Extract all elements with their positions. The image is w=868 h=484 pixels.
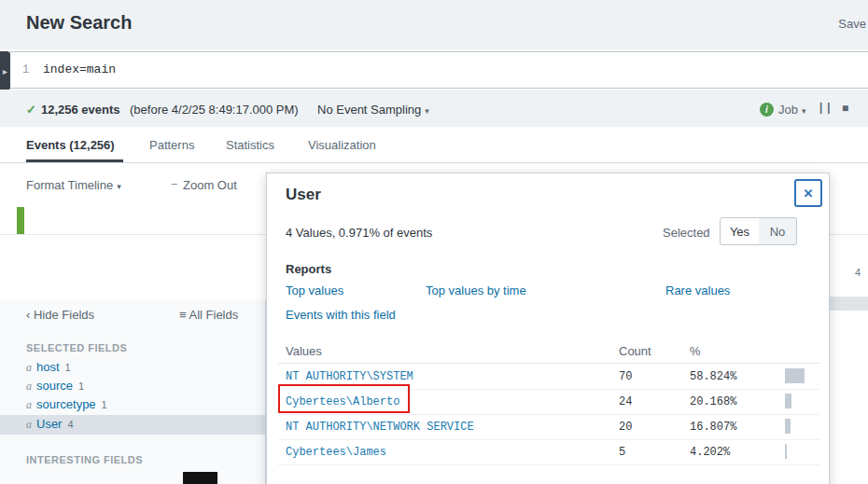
field-item-host[interactable]: ahost1 (26, 360, 71, 375)
obscured-region (183, 472, 217, 484)
top-values-link[interactable]: Top values (286, 283, 343, 297)
row-divider (278, 414, 819, 415)
job-info-icon[interactable]: i (760, 103, 774, 117)
events-count: 12,256 events (41, 103, 120, 117)
field-item-user[interactable]: aUser4 (26, 417, 74, 432)
search-input[interactable] (9, 51, 868, 89)
value-percent-bar (785, 419, 791, 434)
value-count: 5 (619, 446, 625, 459)
value-link[interactable]: NT AUTHORITY\NETWORK SERVICE (286, 421, 474, 434)
minus-icon: − (171, 177, 178, 191)
value-percent: 16.807% (690, 421, 736, 434)
job-dropdown[interactable]: Job▾ (778, 103, 806, 117)
field-type-icon: a (26, 398, 32, 411)
table-header-divider (278, 363, 819, 364)
value-percent-bar (785, 368, 805, 383)
timeline-histogram-bar[interactable] (17, 207, 24, 234)
collapse-sidebar-toggle[interactable]: ▸ (0, 51, 10, 90)
tab-statistics[interactable]: Statistics (226, 138, 274, 152)
page-title: New Search (26, 12, 132, 34)
values-column-header: Values (286, 344, 322, 358)
caret-down-icon: ▾ (802, 106, 806, 116)
reports-header: Reports (286, 262, 331, 276)
value-percent: 58.824% (690, 370, 736, 383)
value-percent: 4.202% (690, 446, 730, 459)
results-tabs-bar (0, 127, 868, 163)
events-with-field-link[interactable]: Events with this field (286, 308, 396, 322)
value-percent-bar (785, 444, 787, 459)
stop-job-button[interactable]: ■ (842, 102, 848, 115)
arrow-right-icon: ▸ (3, 66, 7, 76)
selected-fields-header: SELECTED FIELDS (26, 342, 127, 353)
all-fields-button[interactable]: ≡ All Fields (179, 308, 238, 322)
popup-title: User (286, 186, 321, 204)
timeline-axis-label: 4 (855, 267, 861, 278)
selected-yes-button[interactable]: Yes (720, 217, 760, 245)
popup-summary: 4 Values, 0.971% of events (286, 226, 432, 240)
field-summary-popup: User ✕ 4 Values, 0.971% of events Select… (266, 173, 830, 484)
pause-job-button[interactable]: || (818, 102, 833, 115)
annotation-highlight-box (278, 384, 410, 413)
row-divider (278, 464, 819, 465)
value-link[interactable]: Cybertees\James (286, 446, 386, 459)
top-values-by-time-link[interactable]: Top values by time (426, 283, 526, 297)
search-query-text[interactable]: index=main (43, 62, 116, 76)
count-column-header: Count (619, 344, 651, 358)
caret-down-icon: ▾ (117, 182, 121, 191)
field-type-icon: a (26, 380, 32, 393)
hamburger-icon: ≡ (179, 308, 187, 322)
field-item-source[interactable]: asource1 (26, 379, 84, 394)
percent-column-header: % (690, 344, 701, 358)
interesting-fields-header: INTERESTING FIELDS (26, 454, 143, 465)
field-type-icon: a (26, 361, 32, 374)
selected-label: Selected (663, 226, 710, 240)
event-sampling-dropdown[interactable]: No Event Sampling▾ (317, 103, 429, 117)
active-tab-underline (26, 159, 123, 162)
field-type-icon: a (26, 418, 32, 431)
selected-no-button[interactable]: No (759, 217, 797, 245)
row-divider (278, 439, 819, 440)
value-percent-bar (785, 394, 791, 408)
value-count: 70 (619, 370, 632, 383)
hide-fields-button[interactable]: ‹ Hide Fields (26, 308, 94, 322)
value-count: 20 (619, 421, 632, 434)
tab-patterns[interactable]: Patterns (149, 138, 194, 152)
tab-events[interactable]: Events (12,256) (26, 138, 115, 152)
caret-down-icon: ▾ (425, 106, 429, 116)
field-item-sourcetype[interactable]: asourcetype1 (26, 397, 107, 412)
close-icon[interactable]: ✕ (794, 179, 822, 207)
save-button[interactable]: Save (838, 17, 866, 31)
zoom-out-button[interactable]: Zoom Out (183, 178, 237, 192)
value-percent: 20.168% (690, 395, 736, 408)
chevron-left-icon: ‹ (26, 308, 30, 322)
format-timeline-dropdown[interactable]: Format Timeline▾ (26, 178, 121, 192)
search-line-number: 1 (22, 63, 29, 76)
success-check-icon: ✓ (26, 103, 36, 117)
tab-visualization[interactable]: Visualization (308, 138, 376, 152)
value-count: 24 (619, 395, 632, 408)
rare-values-link[interactable]: Rare values (665, 283, 730, 297)
value-link[interactable]: NT AUTHORITY\SYSTEM (286, 370, 413, 383)
events-time-note: (before 4/2/25 8:49:17.000 PM) (130, 103, 299, 117)
